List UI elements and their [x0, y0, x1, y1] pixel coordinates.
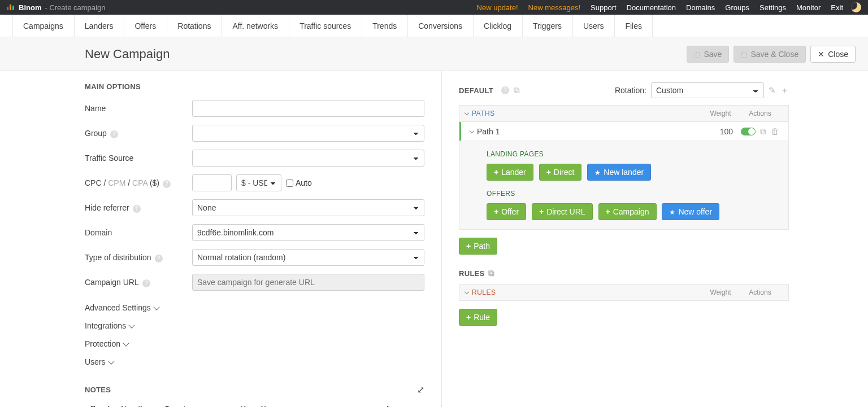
group-select[interactable] — [192, 125, 424, 142]
label-hide-referrer: Hide referrer — [85, 203, 129, 212]
dark-mode-icon[interactable] — [851, 2, 861, 12]
rules-header: RULES Weight Actions — [459, 284, 789, 301]
code-icon[interactable]: ‹/› — [180, 405, 188, 407]
h2-icon[interactable]: H₂ — [261, 405, 270, 407]
add-offer-button[interactable]: Offer — [487, 203, 526, 220]
label-name: Name — [85, 104, 192, 113]
h1-icon[interactable]: H₁ — [240, 405, 249, 407]
path-toggle[interactable] — [741, 128, 756, 135]
help-icon[interactable] — [501, 86, 509, 94]
link-new-messages[interactable]: New messages! — [528, 3, 580, 12]
link-new-update[interactable]: New update! — [477, 3, 518, 12]
link-support[interactable]: Support — [591, 3, 617, 12]
text-color-icon[interactable]: A — [385, 405, 390, 407]
tab-landers[interactable]: Landers — [74, 15, 124, 37]
unordered-list-icon[interactable]: ≣ — [308, 405, 315, 407]
help-icon[interactable] — [110, 130, 118, 138]
section-offers: OFFERS — [487, 190, 783, 198]
add-direct-button[interactable]: Direct — [539, 164, 582, 181]
bold-icon[interactable]: B — [90, 405, 96, 407]
top-bar: Binom - Create campaign New update! New … — [0, 0, 868, 15]
integrations-toggle[interactable]: Integrations — [85, 317, 424, 335]
close-icon: ✕ — [818, 50, 824, 59]
domain-select[interactable]: 9cdf6e.binomlink.com — [192, 224, 424, 241]
tab-users[interactable]: Users — [572, 15, 615, 37]
help-icon[interactable] — [155, 255, 163, 262]
hide-referrer-select[interactable]: None — [192, 199, 424, 216]
chevron-down-icon[interactable] — [465, 111, 469, 115]
star-icon — [594, 168, 601, 177]
help-icon[interactable] — [142, 279, 150, 287]
image-icon[interactable]: ▣ — [210, 405, 218, 407]
path-name-label: Path 1 — [477, 127, 500, 136]
link-domains[interactable]: Domains — [686, 3, 715, 12]
add-direct-url-button[interactable]: Direct URL — [532, 203, 593, 220]
help-icon[interactable] — [163, 180, 171, 188]
link-groups[interactable]: Groups — [725, 3, 749, 12]
link-documentation[interactable]: Documentation — [627, 3, 676, 12]
rotation-select[interactable]: Custom — [651, 82, 764, 98]
add-path-button[interactable]: Path — [459, 238, 497, 255]
new-lander-button[interactable]: New lander — [587, 164, 651, 181]
trash-icon[interactable]: 🗑 — [771, 126, 779, 136]
new-offer-button[interactable]: New offer — [662, 203, 719, 220]
chevron-down-icon — [153, 304, 159, 310]
chevron-down-icon — [108, 358, 114, 364]
align-icon[interactable]: ≡ — [413, 405, 418, 407]
copy-icon[interactable]: ⧉ — [514, 85, 520, 95]
tab-campaigns[interactable]: Campaigns — [12, 15, 74, 37]
currency-select[interactable]: $ - USD — [236, 174, 281, 191]
tab-conversions[interactable]: Conversions — [407, 15, 473, 37]
add-campaign-button[interactable]: Campaign — [598, 203, 657, 220]
save-close-button[interactable]: Save & Close — [734, 46, 806, 63]
link-settings[interactable]: Settings — [760, 3, 786, 12]
chevron-down-icon — [123, 340, 129, 346]
tab-trends[interactable]: Trends — [362, 15, 407, 37]
close-button[interactable]: ✕Close — [810, 46, 856, 63]
rotation-label: Rotation: — [615, 86, 646, 95]
indent-icon[interactable]: ⇥ — [355, 405, 362, 407]
save-icon — [741, 50, 747, 59]
advanced-settings-toggle[interactable]: Advanced Settings — [85, 299, 424, 317]
italic-icon[interactable]: I — [107, 405, 110, 407]
tab-files[interactable]: Files — [614, 15, 653, 37]
add-lander-button[interactable]: Lander — [487, 164, 533, 181]
edit-icon[interactable]: ✎ — [769, 85, 776, 95]
distribution-select[interactable]: Normal rotation (random) — [192, 249, 424, 266]
users-toggle[interactable]: Users — [85, 353, 424, 371]
add-rule-button[interactable]: Rule — [459, 309, 497, 326]
copy-icon[interactable]: ⧉ — [488, 268, 494, 278]
traffic-source-select[interactable] — [192, 150, 424, 167]
plus-icon — [494, 168, 498, 177]
tab-rotations[interactable]: Rotations — [167, 15, 222, 37]
tab-aff-networks[interactable]: Aff. networks — [222, 15, 289, 37]
underline-icon[interactable]: U — [121, 405, 127, 407]
tab-clicklog[interactable]: Clicklog — [473, 15, 522, 37]
auto-checkbox[interactable] — [286, 180, 293, 187]
save-button[interactable]: Save — [687, 46, 729, 63]
tab-offers[interactable]: Offers — [124, 15, 167, 37]
plus-icon[interactable]: ＋ — [780, 85, 789, 96]
name-input[interactable] — [192, 100, 424, 117]
help-icon[interactable] — [133, 205, 141, 213]
section-notes: NOTES — [85, 386, 111, 394]
tab-traffic-sources[interactable]: Traffic sources — [289, 15, 362, 37]
cpc-input[interactable] — [192, 174, 232, 191]
section-rules: RULES — [459, 269, 485, 278]
chevron-down-icon[interactable] — [465, 290, 469, 294]
outdent-icon[interactable]: ⇤ — [337, 405, 344, 407]
copy-icon[interactable]: ⧉ — [760, 126, 766, 137]
plus-icon — [466, 242, 471, 251]
ordered-list-icon[interactable]: ≡ — [292, 405, 297, 407]
expand-icon[interactable] — [417, 384, 424, 395]
link-exit[interactable]: Exit — [831, 3, 843, 12]
quote-icon[interactable]: ” — [165, 405, 169, 407]
strike-icon[interactable]: S — [138, 405, 142, 407]
save-label: Save — [704, 50, 722, 59]
tab-triggers[interactable]: Triggers — [522, 15, 572, 37]
chevron-down-icon[interactable] — [470, 128, 474, 133]
protection-toggle[interactable]: Protection — [85, 335, 424, 353]
link-monitor[interactable]: Monitor — [796, 3, 821, 12]
path-row[interactable]: Path 1 100 ⧉ 🗑 — [459, 122, 789, 141]
section-main-options: MAIN OPTIONS — [85, 82, 424, 91]
